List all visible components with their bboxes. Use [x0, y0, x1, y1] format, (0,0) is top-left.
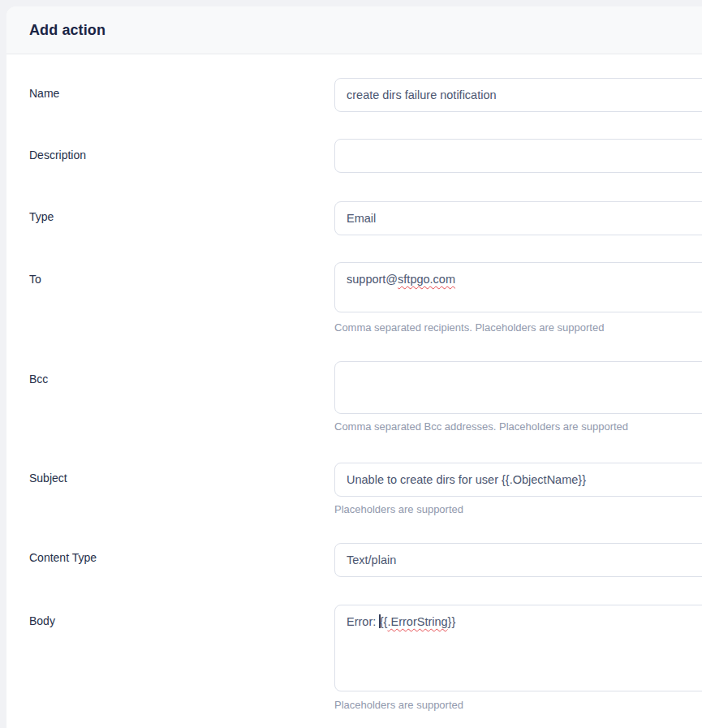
content-type-select[interactable]: Text/plain	[334, 543, 702, 577]
subject-label: Subject	[29, 472, 305, 485]
screen: Add action Name create dirs failure noti…	[0, 0, 702, 728]
type-label: Type	[29, 210, 305, 223]
to-helper-text: Comma separated recipients. Placeholders…	[334, 321, 604, 334]
description-input[interactable]	[334, 139, 702, 173]
subject-input[interactable]: Unable to create dirs for user {{.Object…	[334, 463, 702, 497]
to-value: support@sftpgo.com	[347, 271, 455, 287]
to-label: To	[29, 273, 305, 286]
page-title: Add action	[29, 22, 106, 39]
spellcheck-underline: .ErrorString	[387, 615, 447, 628]
subject-value: Unable to create dirs for user {{.Object…	[347, 473, 586, 486]
type-selected-value: Email	[347, 212, 376, 225]
name-value: create dirs failure notification	[347, 88, 497, 101]
body-helper-text: Placeholders are supported	[334, 699, 463, 711]
subject-helper-text: Placeholders are supported	[334, 503, 463, 515]
content-type-label: Content Type	[29, 551, 305, 564]
body-textarea[interactable]: Error: {{.ErrorString}}	[334, 605, 702, 691]
name-label: Name	[29, 87, 305, 100]
description-label: Description	[29, 149, 305, 162]
to-textarea[interactable]: support@sftpgo.com	[334, 262, 702, 312]
card-header: Add action	[6, 6, 702, 54]
bcc-helper-text: Comma separated Bcc addresses. Placehold…	[334, 420, 628, 433]
bcc-textarea[interactable]	[334, 361, 702, 414]
bcc-label: Bcc	[29, 373, 305, 386]
content-type-selected-value: Text/plain	[347, 554, 396, 566]
body-value: Error: {{.ErrorString}}	[347, 614, 455, 630]
type-select[interactable]: Email	[334, 201, 702, 235]
body-label: Body	[29, 614, 305, 627]
name-input[interactable]: create dirs failure notification	[334, 78, 702, 112]
spellcheck-underline: sftpgo.com	[398, 273, 455, 286]
